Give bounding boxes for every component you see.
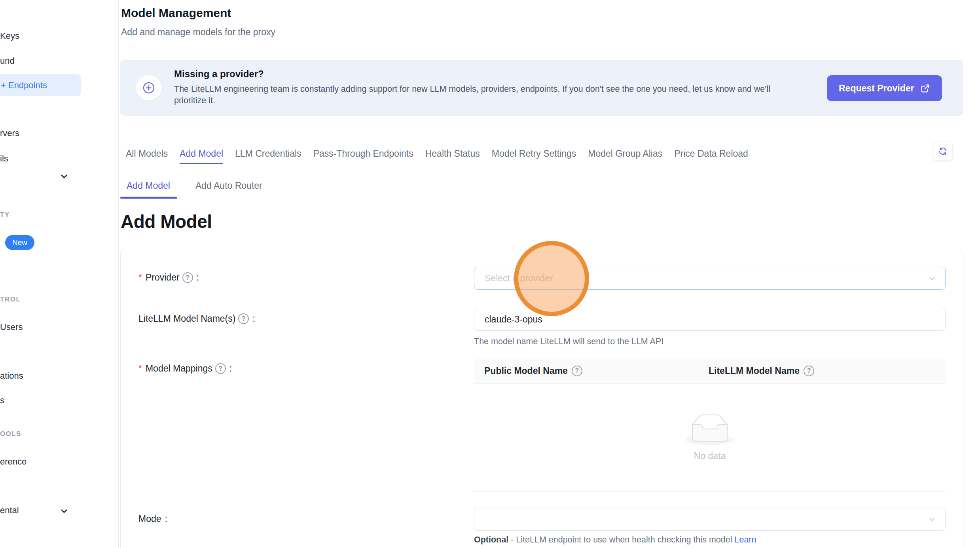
table-empty-state: No data	[474, 384, 946, 492]
model-name-label: LiteLLM Model Name(s) ? :	[138, 313, 255, 324]
sidebar-item-reference[interactable]: erence	[0, 457, 27, 467]
sidebar-section-label: TROL	[0, 296, 21, 303]
banner-title: Missing a provider?	[174, 68, 264, 80]
tab-model-group-alias[interactable]: Model Group Alias	[588, 143, 662, 164]
column-header-public-model-name: Public Model Name ?	[474, 366, 698, 376]
sidebar-item-label: + Endpoints	[1, 80, 47, 91]
mode-label: Mode :	[138, 514, 167, 524]
mappings-label: * Model Mappings ? :	[138, 363, 232, 374]
subtab-active-underline	[120, 197, 177, 199]
label-colon: :	[165, 514, 167, 524]
tab-llm-credentials[interactable]: LLM Credentials	[235, 143, 301, 164]
subtab-add-auto-router[interactable]: Add Auto Router	[195, 176, 262, 198]
model-mappings-table: Public Model Name ? LiteLLM Model Name ?…	[474, 358, 946, 492]
column-header-label: Public Model Name	[484, 366, 568, 376]
model-name-input[interactable]	[474, 308, 946, 331]
chevron-down-icon	[928, 515, 936, 525]
sidebar-section-label: OOLS	[0, 430, 21, 438]
refresh-icon	[938, 146, 948, 156]
tab-price-data-reload[interactable]: Price Data Reload	[674, 143, 748, 164]
request-provider-label: Request Provider	[839, 83, 914, 94]
sidebar-item-keys[interactable]: Keys	[0, 31, 19, 41]
provider-label: * Provider ? :	[138, 272, 199, 283]
mode-label-text: Mode	[138, 514, 161, 524]
sidebar-item-users[interactable]: Users	[0, 322, 23, 332]
tab-add-model[interactable]: Add Model	[180, 143, 223, 164]
page-title: Model Management	[121, 6, 231, 20]
label-colon: :	[197, 272, 199, 283]
provider-label-text: Provider	[146, 272, 180, 283]
add-model-heading: Add Model	[121, 211, 212, 232]
sidebar-item-playground[interactable]: und	[0, 56, 15, 66]
tab-all-models[interactable]: All Models	[126, 143, 168, 164]
question-circle-icon[interactable]: ?	[804, 366, 814, 376]
sidebar-section-label: TY	[0, 211, 10, 219]
provider-select[interactable]: Select a provider	[474, 267, 946, 290]
external-link-icon	[920, 83, 930, 93]
label-colon: :	[252, 313, 255, 324]
mode-help-prefix: Optional	[474, 535, 508, 544]
question-circle-icon[interactable]: ?	[572, 366, 582, 376]
mode-help: Optional - LiteLLM endpoint to use when …	[474, 535, 756, 545]
column-header-label: LiteLLM Model Name	[709, 366, 800, 376]
plus-circle-icon	[136, 75, 161, 100]
refresh-button[interactable]	[933, 142, 953, 161]
provider-placeholder: Select a provider	[485, 273, 553, 284]
sidebar-item-experimental[interactable]: ental	[0, 505, 19, 516]
mappings-label-text: Model Mappings	[146, 363, 212, 374]
new-badge[interactable]: New	[5, 235, 34, 250]
tab-model-retry-settings[interactable]: Model Retry Settings	[492, 143, 576, 164]
label-colon: :	[229, 363, 232, 374]
empty-inbox-icon	[686, 414, 734, 447]
provider-banner: Missing a provider? The LiteLLM engineer…	[120, 60, 963, 116]
chevron-down-icon[interactable]	[59, 172, 69, 181]
sidebar-item-teams[interactable]: s	[0, 395, 4, 406]
request-provider-button[interactable]: Request Provider	[827, 75, 942, 101]
no-data-text: No data	[694, 451, 726, 461]
model-name-help: The model name LiteLLM will send to the …	[474, 337, 663, 347]
mode-help-text: - LiteLLM endpoint to use when health ch…	[511, 535, 732, 544]
question-circle-icon[interactable]: ?	[238, 313, 249, 324]
tab-health-status[interactable]: Health Status	[425, 143, 480, 164]
sidebar-item-models-endpoints[interactable]: + Endpoints	[0, 74, 81, 96]
required-asterisk: *	[138, 363, 142, 374]
mode-select[interactable]	[474, 508, 946, 531]
chevron-down-icon	[928, 274, 936, 284]
sidebar-item-logs[interactable]: ils	[0, 154, 8, 164]
question-circle-icon[interactable]: ?	[182, 272, 193, 283]
sidebar-item-organizations[interactable]: ations	[0, 371, 23, 381]
table-header-row: Public Model Name ? LiteLLM Model Name ?	[474, 358, 946, 384]
model-name-label-text: LiteLLM Model Name(s)	[138, 313, 235, 324]
add-model-subtabs: Add Model Add Auto Router	[120, 176, 963, 198]
required-asterisk: *	[138, 272, 142, 283]
tab-pass-through-endpoints[interactable]: Pass-Through Endpoints	[313, 143, 413, 164]
banner-body: The LiteLLM engineering team is constant…	[174, 83, 791, 106]
question-circle-icon[interactable]: ?	[215, 363, 226, 374]
subtab-add-model[interactable]: Add Model	[127, 176, 170, 198]
learn-link[interactable]: Learn	[735, 535, 756, 544]
model-tabs: All Models Add Model LLM Credentials Pas…	[120, 143, 963, 164]
page-subtitle: Add and manage models for the proxy	[121, 27, 275, 38]
sidebar-item-servers[interactable]: rvers	[0, 128, 19, 138]
chevron-down-icon[interactable]	[59, 506, 69, 516]
column-header-litellm-model-name: LiteLLM Model Name ?	[698, 366, 814, 376]
sidebar: Keys und + Endpoints rvers ils TY New TR…	[0, 0, 119, 548]
